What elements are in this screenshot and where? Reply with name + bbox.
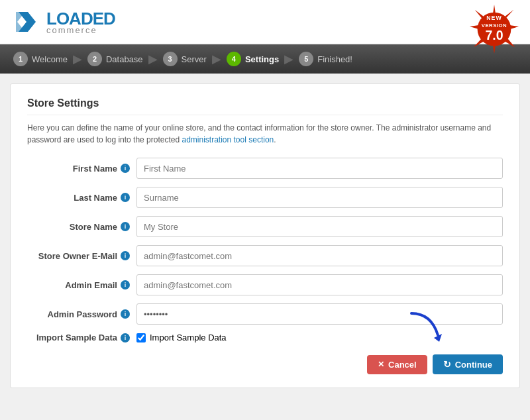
step-1-num: 1	[13, 52, 28, 66]
import-sample-info-icon[interactable]: i	[121, 333, 130, 342]
first-name-info-icon[interactable]: i	[121, 164, 130, 173]
step-arrow-4: ▶	[284, 52, 293, 66]
store-owner-email-label: Store Owner E-Mail i	[27, 251, 136, 261]
logo-loaded-text: LOADED	[46, 10, 115, 27]
svg-text:NEW: NEW	[486, 15, 502, 21]
store-owner-email-row: Store Owner E-Mail i	[27, 245, 503, 266]
svg-text:7.0: 7.0	[485, 28, 503, 42]
import-sample-checkbox-row: Import Sample Data	[136, 333, 227, 342]
logo-text: LOADED commerce	[46, 10, 115, 34]
logo-icon	[13, 8, 41, 36]
step-2[interactable]: 2 Database	[87, 52, 143, 66]
step-3-num: 3	[163, 52, 178, 66]
main-content: Store Settings Here you can define the n…	[10, 83, 520, 388]
admin-password-row: Admin Password i	[27, 303, 503, 325]
step-3[interactable]: 3 Server	[163, 52, 207, 66]
logo: LOADED commerce	[13, 8, 115, 36]
cancel-button[interactable]: ✕ Cancel	[367, 355, 427, 374]
import-sample-label: Import Sample Data i	[27, 333, 136, 342]
store-name-input[interactable]	[136, 216, 503, 237]
version-badge: NEW VERSION 7.0	[468, 3, 520, 57]
step-5-num: 5	[299, 52, 313, 66]
logo-commerce-text: commerce	[46, 26, 115, 34]
admin-password-label: Admin Password i	[27, 309, 136, 319]
buttons-area: ✕ Cancel ↻ Continue	[27, 354, 503, 374]
admin-email-label: Admin Email i	[27, 280, 136, 290]
step-arrow-2: ▶	[148, 52, 158, 66]
first-name-row: First Name i	[27, 158, 503, 179]
last-name-row: Last Name i	[27, 187, 503, 208]
nav-steps: 1 Welcome ▶ 2 Database ▶ 3 Server ▶ 4 Se…	[0, 44, 530, 74]
store-name-row: Store Name i	[27, 216, 503, 237]
step-1-label: Welcome	[32, 54, 68, 64]
step-4-label: Settings	[245, 54, 279, 64]
step-4[interactable]: 4 Settings	[227, 52, 279, 66]
step-arrow-3: ▶	[212, 52, 221, 66]
import-sample-checkbox[interactable]	[136, 333, 146, 342]
header: LOADED commerce NEW VERSION 7.0	[0, 0, 530, 44]
step-arrow-1: ▶	[73, 52, 82, 66]
step-4-num: 4	[227, 52, 241, 66]
section-description: Here you can define the name of your onl…	[27, 122, 503, 146]
store-name-label: Store Name i	[27, 222, 136, 232]
cancel-icon: ✕	[378, 360, 384, 369]
admin-link[interactable]: administration tool section	[182, 135, 274, 144]
continue-label: Continue	[455, 360, 492, 370]
first-name-label: First Name i	[27, 164, 136, 174]
step-2-label: Database	[106, 54, 143, 64]
store-owner-email-input[interactable]	[136, 245, 503, 266]
admin-email-input[interactable]	[136, 274, 503, 295]
step-3-label: Server	[182, 54, 207, 64]
admin-password-info-icon[interactable]: i	[121, 309, 130, 319]
step-1[interactable]: 1 Welcome	[13, 52, 68, 66]
step-5[interactable]: 5 Finished!	[299, 52, 352, 66]
last-name-label: Last Name i	[27, 193, 136, 203]
admin-email-row: Admin Email i	[27, 274, 503, 295]
last-name-input[interactable]	[136, 187, 503, 208]
last-name-info-icon[interactable]: i	[121, 193, 130, 202]
store-name-info-icon[interactable]: i	[121, 222, 130, 231]
import-sample-checkbox-label: Import Sample Data	[150, 333, 227, 342]
step-5-label: Finished!	[317, 54, 352, 64]
store-owner-email-info-icon[interactable]: i	[121, 251, 130, 260]
first-name-input[interactable]	[136, 158, 503, 179]
admin-email-info-icon[interactable]: i	[121, 280, 130, 289]
import-sample-row: Import Sample Data i Import Sample Data	[27, 333, 503, 342]
continue-button[interactable]: ↻ Continue	[433, 354, 503, 374]
section-title: Store Settings	[27, 97, 503, 115]
continue-icon: ↻	[443, 359, 451, 370]
step-2-num: 2	[87, 52, 102, 66]
admin-password-input[interactable]	[136, 303, 503, 325]
cancel-label: Cancel	[388, 360, 417, 370]
